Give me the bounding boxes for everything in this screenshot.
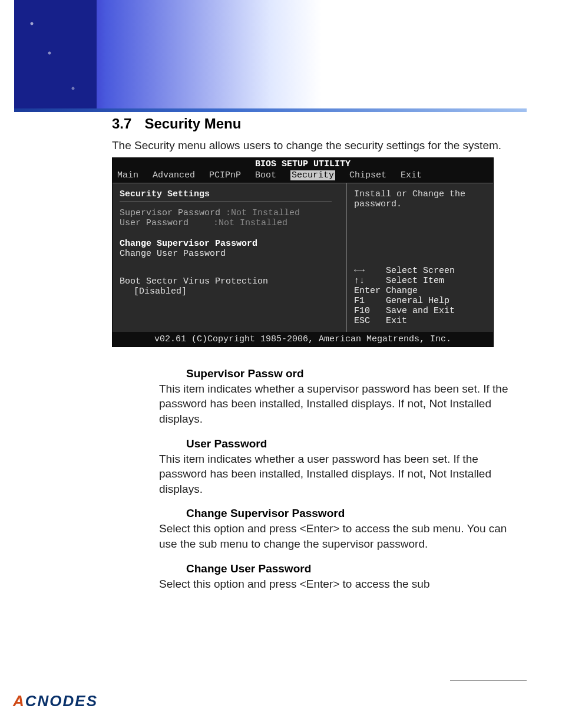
tab-advanced[interactable]: Advanced [153,170,195,180]
supervisor-value: :Not Installed [226,208,300,218]
user-label: User Password [120,218,208,228]
tab-chipset[interactable]: Chipset [349,170,386,180]
user-password-row: User Password :Not Installed [120,218,339,228]
help-action-0: Select Screen [386,266,455,276]
supervisor-password-row: Supervisor Password :Not Installed [120,208,339,218]
help-key-1: ↑↓ [354,276,365,286]
divider [120,202,332,202]
section-title: Security Menu [144,116,241,132]
boot-sector-row[interactable]: Boot Sector Virus Protection [Disabled] [120,276,339,297]
change-supervisor-password[interactable]: Change Supervisor Password [120,239,339,249]
tab-pcipnp[interactable]: PCIPnP [209,170,241,180]
section-number: 3.7 [112,116,131,132]
desc-heading-3: Change User Password [159,562,527,575]
bios-footer: v02.61 (C)Copyright 1985-2006, American … [113,332,493,347]
help-key-5: ESC [354,316,370,326]
header-banner [14,0,527,112]
logo-rest: CNODES [25,692,98,710]
help-action-2: Change [386,286,418,296]
desc-text-2: Select this option and press <Enter> to … [159,521,527,551]
help-key-4: F10 [354,306,370,316]
help-key-3: F1 [354,296,365,306]
tab-boot[interactable]: Boot [255,170,276,180]
help-action-1: Select Item [386,276,444,286]
help-action-5: Exit [386,316,407,326]
security-settings-heading: Security Settings [120,189,339,199]
bios-hint: Install or Change the password. [354,189,487,209]
desc-text-1: This item indicates whether a user passw… [159,452,527,497]
desc-heading-0: Supervisor Passw ord [159,367,527,380]
help-key-0: ←→ [354,266,365,276]
tab-security[interactable]: Security [290,170,335,180]
desc-heading-2: Change Supervisor Password [159,507,527,520]
desc-text-3: Select this option and press <Enter> to … [159,577,527,592]
boot-sector-value: [Disabled] [134,286,187,297]
bios-screenshot: BIOS SETUP UTILITY Main Advanced PCIPnP … [112,157,494,347]
bios-left-panel: Security Settings Supervisor Password :N… [113,183,346,332]
brand-logo: ACNODES [13,692,98,710]
bios-help: ←→ Select Screen ↑↓ Select Item Enter Ch… [354,266,487,326]
tab-exit[interactable]: Exit [401,170,422,180]
change-user-password[interactable]: Change User Password [120,249,339,259]
help-action-3: General Help [386,296,449,306]
section-intro: The Security menu allows users to change… [112,138,527,154]
help-key-2: Enter [354,286,381,296]
logo-a: A [13,692,25,710]
desc-text-0: This item indicates whether a supervisor… [159,381,527,427]
boot-sector-label: Boot Sector Virus Protection [120,276,268,286]
user-value: :Not Installed [213,218,287,228]
footer-divider [450,680,527,681]
tab-main[interactable]: Main [117,170,138,180]
section-heading: 3.7 Security Menu [112,116,527,132]
bios-right-panel: Install or Change the password. ←→ Selec… [346,183,493,332]
supervisor-label: Supervisor Password [120,208,220,218]
help-action-4: Save and Exit [386,306,455,316]
bios-tabs: Main Advanced PCIPnP Boot Security Chips… [113,169,493,183]
bios-title: BIOS SETUP UTILITY [113,158,493,169]
desc-heading-1: User Password [159,437,527,450]
